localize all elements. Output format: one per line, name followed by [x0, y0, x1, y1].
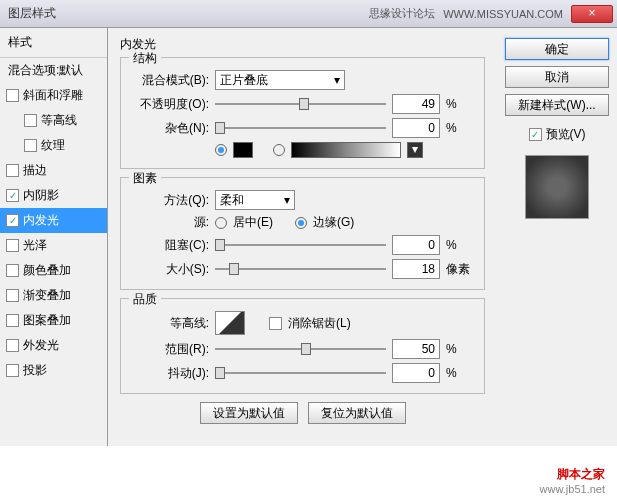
size-unit: 像素 — [446, 261, 474, 278]
style-checkbox[interactable] — [6, 89, 19, 102]
style-item-3[interactable]: 描边 — [0, 158, 107, 183]
range-label: 范围(R): — [131, 341, 209, 358]
gradient-radio[interactable] — [273, 144, 285, 156]
antialias-label: 消除锯齿(L) — [288, 315, 351, 332]
style-item-11[interactable]: 投影 — [0, 358, 107, 383]
style-label: 外发光 — [23, 337, 59, 354]
style-item-9[interactable]: 图案叠加 — [0, 308, 107, 333]
style-item-4[interactable]: 内阴影 — [0, 183, 107, 208]
antialias-checkbox[interactable] — [269, 317, 282, 330]
color-swatch[interactable] — [233, 142, 253, 158]
jitter-slider[interactable] — [215, 364, 386, 382]
range-input[interactable] — [392, 339, 440, 359]
source-edge-label: 边缘(G) — [313, 214, 354, 231]
style-label: 内阴影 — [23, 187, 59, 204]
style-label: 光泽 — [23, 237, 47, 254]
reset-default-button[interactable]: 复位为默认值 — [308, 402, 406, 424]
right-panel: 确定 取消 新建样式(W)... 预览(V) — [497, 28, 617, 446]
style-item-1[interactable]: 等高线 — [0, 108, 107, 133]
contour-label: 等高线: — [131, 315, 209, 332]
jitter-label: 抖动(J): — [131, 365, 209, 382]
opacity-input[interactable] — [392, 94, 440, 114]
style-checkbox[interactable] — [6, 264, 19, 277]
blend-mode-label: 混合模式(B): — [131, 72, 209, 89]
color-radio[interactable] — [215, 144, 227, 156]
source-label: 源: — [131, 214, 209, 231]
structure-label: 结构 — [129, 50, 161, 67]
size-slider[interactable] — [215, 260, 386, 278]
style-checkbox[interactable] — [6, 239, 19, 252]
forum-url: WWW.MISSYUAN.COM — [443, 8, 563, 20]
style-checkbox[interactable] — [6, 214, 19, 227]
preview-thumbnail — [525, 155, 589, 219]
technique-select[interactable]: 柔和 — [215, 190, 295, 210]
new-style-button[interactable]: 新建样式(W)... — [505, 94, 609, 116]
style-checkbox[interactable] — [6, 364, 19, 377]
style-label: 斜面和浮雕 — [23, 87, 83, 104]
style-item-2[interactable]: 纹理 — [0, 133, 107, 158]
make-default-button[interactable]: 设置为默认值 — [200, 402, 298, 424]
contour-picker[interactable] — [215, 311, 245, 335]
quality-group: 品质 等高线: 消除锯齿(L) 范围(R): % 抖动(J): % — [120, 298, 485, 394]
watermark-url: www.jb51.net — [540, 483, 605, 495]
opacity-unit: % — [446, 97, 474, 111]
style-label: 内发光 — [23, 212, 59, 229]
style-item-5[interactable]: 内发光 — [0, 208, 107, 233]
styles-header: 样式 — [0, 28, 107, 58]
noise-input[interactable] — [392, 118, 440, 138]
style-checkbox[interactable] — [6, 164, 19, 177]
noise-unit: % — [446, 121, 474, 135]
choke-input[interactable] — [392, 235, 440, 255]
close-button[interactable]: × — [571, 5, 613, 23]
elements-group: 图素 方法(Q): 柔和 源: 居中(E) 边缘(G) 阻塞(C): % 大小(… — [120, 177, 485, 290]
opacity-label: 不透明度(O): — [131, 96, 209, 113]
panel-title: 内发光 — [120, 36, 485, 53]
style-checkbox[interactable] — [6, 314, 19, 327]
gradient-dropdown[interactable]: ▾ — [407, 142, 423, 158]
size-label: 大小(S): — [131, 261, 209, 278]
style-label: 图案叠加 — [23, 312, 71, 329]
style-label: 颜色叠加 — [23, 262, 71, 279]
effect-panel: 内发光 结构 混合模式(B): 正片叠底 不透明度(O): % 杂色(N): % — [108, 28, 497, 446]
choke-slider[interactable] — [215, 236, 386, 254]
range-unit: % — [446, 342, 474, 356]
style-item-6[interactable]: 光泽 — [0, 233, 107, 258]
opacity-slider[interactable] — [215, 95, 386, 113]
style-checkbox[interactable] — [6, 339, 19, 352]
jitter-unit: % — [446, 366, 474, 380]
size-input[interactable] — [392, 259, 440, 279]
blend-mode-select[interactable]: 正片叠底 — [215, 70, 345, 90]
preview-label: 预览(V) — [546, 126, 586, 143]
ok-button[interactable]: 确定 — [505, 38, 609, 60]
style-label: 渐变叠加 — [23, 287, 71, 304]
source-edge-radio[interactable] — [295, 217, 307, 229]
jitter-input[interactable] — [392, 363, 440, 383]
style-item-7[interactable]: 颜色叠加 — [0, 258, 107, 283]
noise-slider[interactable] — [215, 119, 386, 137]
style-checkbox[interactable] — [24, 139, 37, 152]
gradient-preview[interactable] — [291, 142, 401, 158]
blend-options[interactable]: 混合选项:默认 — [0, 58, 107, 83]
cancel-button[interactable]: 取消 — [505, 66, 609, 88]
watermark-text: 脚本之家 — [540, 466, 605, 483]
style-label: 投影 — [23, 362, 47, 379]
quality-label: 品质 — [129, 291, 161, 308]
noise-label: 杂色(N): — [131, 120, 209, 137]
range-slider[interactable] — [215, 340, 386, 358]
style-checkbox[interactable] — [6, 189, 19, 202]
style-item-0[interactable]: 斜面和浮雕 — [0, 83, 107, 108]
style-label: 纹理 — [41, 137, 65, 154]
style-label: 描边 — [23, 162, 47, 179]
technique-label: 方法(Q): — [131, 192, 209, 209]
source-center-radio[interactable] — [215, 217, 227, 229]
style-checkbox[interactable] — [24, 114, 37, 127]
styles-list: 样式 混合选项:默认 斜面和浮雕等高线纹理描边内阴影内发光光泽颜色叠加渐变叠加图… — [0, 28, 108, 446]
forum-name: 思缘设计论坛 — [369, 6, 435, 21]
choke-label: 阻塞(C): — [131, 237, 209, 254]
window-title: 图层样式 — [4, 5, 369, 22]
style-item-10[interactable]: 外发光 — [0, 333, 107, 358]
style-checkbox[interactable] — [6, 289, 19, 302]
preview-checkbox[interactable] — [529, 128, 542, 141]
style-item-8[interactable]: 渐变叠加 — [0, 283, 107, 308]
structure-group: 结构 混合模式(B): 正片叠底 不透明度(O): % 杂色(N): % — [120, 57, 485, 169]
